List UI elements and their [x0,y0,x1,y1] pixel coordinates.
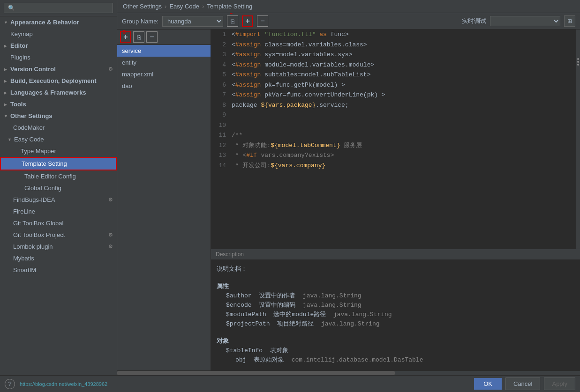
template-setting-content: Group Name: huangda 2 ⎘ + − 实时调试 [117,13,580,370]
sidebar-item-type-mapper[interactable]: Type Mapper [0,145,117,157]
sidebar-item-label: Table Editor Config [24,173,76,180]
remove-template-button[interactable]: − [146,31,158,43]
bottom-url: https://blog.csdn.net/weixin_43928962 [20,381,107,387]
description-body: 说明文档： 属性 $author 设置中的作者 java.lang.String… [211,260,580,370]
realtime-label: 实时调试 [462,17,486,25]
sidebar-item-label: FireLine [13,208,35,215]
scroll-indicator [576,30,580,249]
group-name-select[interactable]: huangda [162,16,223,27]
group-toolbar: Group Name: huangda 2 ⎘ + − 实时调试 [117,13,580,30]
sidebar-item-template-setting[interactable]: Template Setting [0,157,117,170]
code-line: 11 /** [211,130,576,141]
breadcrumb-item-easy-code[interactable]: Easy Code [169,3,199,10]
sidebar-item-build[interactable]: ▶ Build, Execution, Deployment [0,75,117,87]
scrollbar[interactable] [117,370,580,375]
group-name-label: Group Name: [122,18,158,25]
search-bar: 🔍 [0,0,117,16]
sidebar-item-label: Languages & Frameworks [10,89,86,96]
sidebar-item-label: Easy Code [14,136,44,143]
sidebar-item-label: Tools [10,101,26,108]
settings-badge-icon: ⚙ [108,66,113,72]
grid-view-button[interactable]: ⊞ [564,15,575,27]
list-item-dao[interactable]: dao [117,80,211,92]
sidebar-item-git-toolbox-project[interactable]: Git ToolBox Project ⚙ [0,229,117,241]
bottom-right: OK Cancel Apply [474,377,575,390]
add-group-button[interactable]: + [242,15,253,27]
code-line: 6 <#assign pk=func.getPk(model) > [211,80,576,90]
sidebar-item-tools[interactable]: ▶ Tools [0,98,117,110]
code-line: 10 [211,120,576,131]
sidebar-item-mybatis[interactable]: Mybatis [0,252,117,264]
triangle-open-icon: ▼ [8,137,12,142]
badge-2: 2 [230,13,233,15]
triangle-closed-icon: ▶ [4,102,8,107]
bottom-bar: ? https://blog.csdn.net/weixin_43928962 … [0,375,580,392]
sidebar-item-smartim[interactable]: SmartIM [0,264,117,276]
sidebar-item-label: Other Settings [10,112,53,119]
code-line: 4 <#assign module=model.variables.module… [211,60,576,70]
code-line: 9 [211,110,576,120]
bottom-left: ? https://blog.csdn.net/weixin_43928962 [5,379,107,389]
ok-button[interactable]: OK [474,378,502,390]
code-line: 2 <#assign class=model.variables.class> [211,40,576,50]
search-input[interactable] [18,5,109,11]
triangle-closed-icon: ▶ [4,44,8,48]
code-line: 13 * <#if vars.company?exists> [211,150,576,161]
sidebar-item-easy-code[interactable]: ▼ Easy Code [0,133,117,145]
sidebar-item-label: FindBugs-IDEA [13,196,55,203]
description-panel: Description 说明文档： 属性 $author 设置中的作者 java… [211,249,580,370]
sidebar-item-lombok[interactable]: Lombok plugin ⚙ [0,241,117,252]
triangle-open-icon: ▼ [4,20,8,25]
sidebar-item-label: Mybatis [13,255,34,262]
code-line: 12 * 对象功能:${model.tabComment} 服务层 [211,141,576,151]
list-toolbar: 3 + ⎘ − [117,30,211,45]
settings-badge-icon: ⚙ [108,244,113,250]
sidebar-item-findbugs[interactable]: FindBugs-IDEA ⚙ [0,194,117,206]
breadcrumb-item-other[interactable]: Other Settings [123,3,162,10]
sidebar-item-label: CodeMaker [13,124,45,131]
list-item-mapper-xml[interactable]: mapper.xml [117,68,211,80]
sidebar-item-editor[interactable]: ▶ Editor [0,40,117,52]
sidebar-item-label: Global Config [24,185,61,192]
realtime-select[interactable] [490,16,560,26]
sidebar-item-languages[interactable]: ▶ Languages & Frameworks [0,87,117,98]
code-line: 5 <#assign subtables=model.subTableList> [211,70,576,80]
code-line: 8 package ${vars.package}.service; [211,100,576,111]
sidebar-item-label: Lombok plugin [13,243,53,250]
sidebar-item-appearance[interactable]: ▼ Appearance & Behavior [0,16,117,28]
sidebar: 🔍 ▼ Appearance & Behavior Keymap ▶ [0,0,117,375]
sidebar-item-global-config[interactable]: Global Config [0,182,117,194]
copy-template-button[interactable]: ⎘ [133,31,144,43]
sidebar-item-version-control[interactable]: ▶ Version Control ⚙ [0,63,117,75]
badge-3: 3 [123,30,126,35]
sidebar-item-table-editor-config[interactable]: Table Editor Config [0,170,117,182]
remove-group-button[interactable]: − [257,15,268,27]
triangle-closed-icon: ▶ [4,90,8,95]
code-line: 7 <#assign pkVar=func.convertUnderLine(p… [211,90,576,100]
sidebar-item-keymap[interactable]: Keymap [0,28,117,40]
template-list: service entity mapper.xml dao [117,45,211,370]
settings-badge-icon: ⚙ [108,197,113,203]
breadcrumb-sep: › [202,3,204,10]
sidebar-item-fireline[interactable]: FireLine [0,206,117,217]
help-button[interactable]: ? [5,379,15,389]
code-line: 3 <#assign sys=model.variables.sys> [211,50,576,60]
breadcrumb-sep: › [165,3,166,10]
sidebar-item-label: Appearance & Behavior [10,19,79,26]
apply-button[interactable]: Apply [544,377,575,390]
sidebar-item-plugins[interactable]: Plugins [0,52,117,63]
list-item-entity[interactable]: entity [117,57,211,68]
sidebar-item-label: Version Control [10,66,56,73]
sidebar-item-codemaker[interactable]: CodeMaker [0,122,117,133]
code-line: 14 * 开发公司:${vars.company} [211,161,576,170]
sidebar-item-label: Type Mapper [21,148,56,155]
triangle-open-icon: ▼ [4,114,8,118]
sidebar-item-git-toolbox-global[interactable]: Git ToolBox Global [0,217,117,229]
sidebar-item-label: Keymap [10,30,33,37]
sidebar-item-other-settings[interactable]: ▼ Other Settings [0,110,117,122]
cancel-button[interactable]: Cancel [505,377,540,390]
list-item-service[interactable]: service [117,45,211,57]
copy-group-button[interactable]: ⎘ [227,15,238,27]
sidebar-item-label: Build, Execution, Deployment [10,77,96,84]
code-editor[interactable]: 1 <#import "function.ftl" as func> 2 <#a… [211,30,580,370]
